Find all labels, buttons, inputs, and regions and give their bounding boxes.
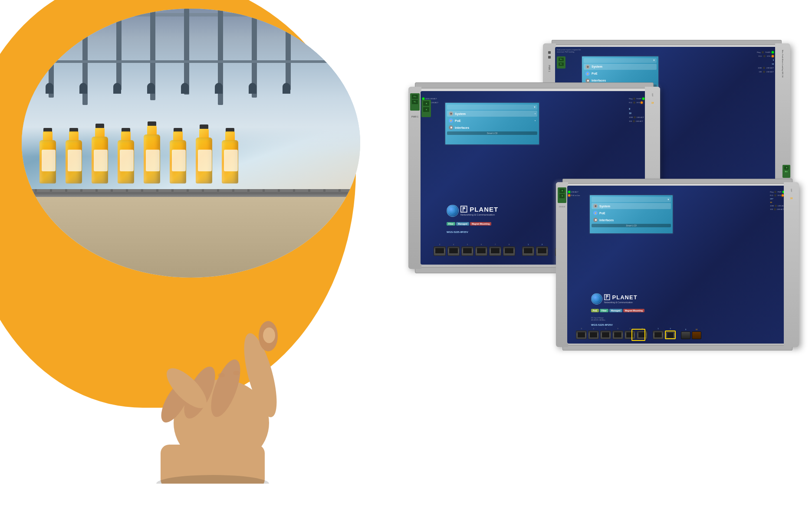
lcd-top-right-title-bar (584, 58, 657, 63)
tag-magnet-main: Magnet Mounting (470, 222, 491, 226)
led-panel-right-main: RingPoWR R.O.SYS 9 10 1000LNK∙ACT 100LNK… (629, 98, 644, 122)
tag-fiber-bottom: Fiber (600, 309, 608, 312)
lcd-top-right-system: ⚙ System (584, 64, 657, 70)
tag-fiber-main: Fiber (447, 222, 455, 226)
factory-image (22, 9, 360, 278)
dc-input-label: DC Input Range48-56V/H, 0A Max. (591, 317, 606, 321)
ethernet-ports-main: 3 4 5 6 7 (434, 243, 576, 256)
planet-globe-icon-bottom (591, 293, 602, 304)
planet-logo-main: 🄿 PLANET Networking & Communication (447, 205, 498, 217)
factory-conveyor (22, 189, 360, 197)
lcd-bottom-interfaces: 🖥 Interfaces (592, 217, 671, 223)
brand-subtitle-bottom: Networking & Communication (604, 301, 638, 304)
svg-point-9 (218, 373, 225, 377)
gear-icon-main: ⚙ (449, 111, 453, 116)
svg-point-11 (263, 327, 275, 343)
tags-main: Fiber Managed Magnet Mounting (447, 222, 491, 226)
led-panel-bottom-right: RingPWR R.O.SYS SFP 10 1000LNK∙ACT 100LN… (770, 191, 785, 210)
lcd-bottom-title-bar (592, 197, 671, 202)
planet-logo-bottom-right: 🄿 PLANET Networking & Communication (591, 293, 638, 304)
switch-bottom-right: ⊕ ⊖ CH-D-O ⚙ System ⚡ PoE (556, 182, 799, 347)
lcd-bottom-bar-bottom: Smart LCD (592, 224, 671, 227)
planet-globe-icon-main (447, 205, 459, 217)
poe-icon: ⚡ (585, 72, 590, 76)
lcd-top-right-poe: ⚡ PoE (584, 71, 657, 77)
lcd-bottom-poe: ⚡ PoE (592, 210, 671, 216)
switch-top-right-side: Max. Fault Alarm Loading 24V, 1A ⊕ Alm (775, 43, 790, 191)
tag-managed-bottom: Managed (609, 309, 622, 312)
yellow-highlight-box (631, 329, 645, 341)
poe-icon-bottom: ⚡ (593, 211, 598, 215)
brand-name-main: 🄿 PLANET (460, 206, 498, 213)
factory-bottles (39, 121, 239, 183)
model-text-main: WGS-5225-8P25V (447, 231, 468, 233)
tag-poe-bottom: PoE (591, 309, 599, 312)
lcd-main-title-bar (447, 105, 537, 110)
led-panel-bottom-left: LNK/ACT PoE-in-Use (568, 191, 580, 196)
interface-icon-main: 🖥 (449, 125, 453, 130)
switch-bottom-right-lcd: ⚙ System ⚡ PoE 🖥 Interfaces Smart LCD (589, 194, 674, 234)
interface-icon-bottom: 🖥 (593, 218, 598, 222)
pointing-hand (139, 267, 291, 462)
svg-point-10 (233, 371, 240, 375)
brand-subtitle-main: Networking & Communication (460, 213, 498, 216)
lcd-main-system: ⚙ System • (447, 111, 537, 117)
switch-main-lcd[interactable]: ⚙ System • ⚡ PoE • 🖥 Interfaces Smart (444, 102, 540, 145)
lcd-main-poe: ⚡ PoE • (447, 118, 537, 124)
gear-icon-bottom: ⚙ (593, 204, 598, 208)
switch-bottom-right-side: SFP 10 (784, 182, 799, 347)
brand-name-bottom: 🄿 PLANET (604, 294, 638, 301)
lcd-main-interfaces: 🖥 Interfaces (447, 124, 537, 131)
lcd-main-bottom: Smart LCD (447, 131, 537, 135)
tags-bottom-right: PoE Fiber Managed Magnet Mounting (591, 309, 644, 312)
poe-icon-main: ⚡ (449, 118, 453, 123)
switches-container: PWR 1 Dual power input is required forma… (408, 43, 799, 468)
tag-magnet-bottom: Magnet Mounting (623, 309, 644, 312)
lcd-bottom-system: ⚙ System (592, 203, 671, 209)
terminal-block-main: ⊕ ⊖ (421, 100, 431, 117)
gear-icon: ⚙ (585, 65, 590, 69)
switch-bottom-right-face: ⚙ System ⚡ PoE 🖥 Interfaces Smart LCD (567, 186, 787, 344)
model-text-bottom: WGS-5225-8P25V (591, 324, 613, 326)
tag-managed-main: Managed (456, 222, 469, 226)
